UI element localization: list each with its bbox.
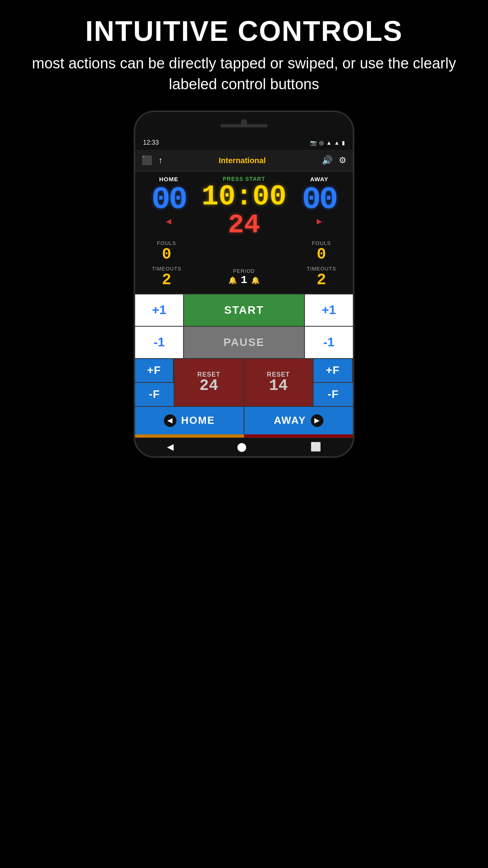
period-section: PERIOD 🔔 1 🔔 [228, 268, 260, 286]
nav-bar: ◀ ⬤ ⬜ [135, 438, 353, 456]
clock-display[interactable]: 10:00 [202, 183, 286, 211]
target-icon: ◎ [319, 140, 324, 146]
phone-notch [135, 112, 353, 136]
settings-icon[interactable]: ⚙ [339, 155, 347, 166]
bell-left-icon[interactable]: 🔔 [228, 276, 237, 285]
page-title: INTUITIVE CONTROLS [24, 16, 464, 47]
home-fouls-col: +F -F [135, 359, 174, 406]
home-score[interactable]: 00 [151, 184, 186, 215]
away-nav-label: AWAY [274, 414, 306, 427]
home-nav-label: HOME [181, 414, 215, 427]
plus-foul-away-button[interactable]: +F [314, 359, 353, 383]
status-bar: 12:33 📷 ◎ ▲ ▲ ▮ [135, 136, 353, 150]
minus1-away-button[interactable]: -1 [305, 327, 353, 358]
home-fouls-label: FOULS [157, 240, 176, 246]
minus-foul-away-button[interactable]: -F [314, 383, 353, 406]
plus1-home-button[interactable]: +1 [135, 294, 184, 326]
battery-icon: ▮ [342, 140, 345, 146]
minus1-home-button[interactable]: -1 [135, 327, 184, 358]
foul-reset-row: +F -F RESET 24 RESET 14 +F -F [135, 358, 353, 406]
home-nav-button[interactable]: ◀ HOME [135, 407, 244, 434]
reset24-button[interactable]: RESET 24 [174, 359, 244, 406]
bell-right-icon[interactable]: 🔔 [251, 276, 260, 285]
page-header: INTUITIVE CONTROLS most actions can be d… [0, 0, 488, 103]
pause-button[interactable]: PAUSE [184, 327, 305, 358]
away-progress-bar [244, 434, 353, 438]
period-row: 🔔 1 🔔 [228, 274, 260, 286]
away-timeouts-label: TIMEOUTS [306, 266, 336, 272]
wifi-icon: ▲ [326, 140, 332, 146]
camera-circle [241, 119, 247, 125]
away-label: AWAY [310, 176, 328, 182]
toolbar-right: 🔊 ⚙ [322, 155, 347, 166]
home-timeouts-label: TIMEOUTS [152, 266, 181, 272]
start-button[interactable]: START [184, 294, 305, 326]
phone-wrapper: 12:33 📷 ◎ ▲ ▲ ▮ ⬛ ↑ International 🔊 ⚙ [134, 111, 354, 458]
reset24-num: 24 [199, 378, 218, 394]
away-fouls-col: +F -F [314, 359, 353, 406]
shot-clock[interactable]: 24 [228, 212, 260, 239]
plus1-away-button[interactable]: +1 [305, 294, 353, 326]
toolbar-title: International [163, 156, 322, 165]
status-time: 12:33 [143, 139, 159, 146]
home-nav-icon[interactable]: ⬤ [237, 442, 247, 452]
away-arrow: ▶ [317, 217, 322, 226]
home-away-row: ◀ HOME AWAY ▶ [135, 406, 353, 434]
minus-foul-home-button[interactable]: -F [135, 383, 174, 406]
reset14-num: 14 [269, 378, 288, 394]
away-team-section: AWAY 00 ▶ [290, 176, 349, 226]
fouls-row: FOULS 0 FOULS 0 [139, 239, 349, 265]
progress-bar-row [135, 434, 353, 438]
home-arrow-icon: ◀ [164, 414, 176, 427]
phone-frame: 12:33 📷 ◎ ▲ ▲ ▮ ⬛ ↑ International 🔊 ⚙ [134, 111, 354, 458]
timeouts-row: TIMEOUTS 2 PERIOD 🔔 1 🔔 TIMEOUTS 2 [139, 265, 349, 290]
score-row: HOME 00 ◀ PRESS START 10:00 24 AWAY 00 ▶ [139, 176, 349, 239]
toolbar-left: ⬛ ↑ [141, 155, 163, 166]
reset14-button[interactable]: RESET 14 [244, 359, 314, 406]
home-team-section: HOME 00 ◀ [139, 176, 198, 226]
score-plus-row: +1 START +1 [135, 294, 353, 326]
recents-nav-icon[interactable]: ⬜ [310, 442, 321, 452]
upload-icon[interactable]: ↑ [158, 155, 163, 166]
home-progress-bar [135, 434, 244, 438]
center-section: PRESS START 10:00 24 [202, 176, 286, 239]
plus-foul-home-button[interactable]: +F [135, 359, 174, 383]
page-subtitle: most actions can be directly tapped or s… [24, 53, 464, 95]
back-nav-icon[interactable]: ◀ [167, 442, 174, 452]
home-timeouts-value: 2 [162, 272, 171, 289]
period-value: 1 [241, 274, 248, 286]
app-toolbar: ⬛ ↑ International 🔊 ⚙ [135, 150, 353, 172]
home-timeouts-section: TIMEOUTS 2 [143, 266, 190, 289]
home-label: HOME [159, 176, 178, 182]
signal-icon: ▲ [334, 140, 339, 146]
cast-icon[interactable]: ⬛ [141, 155, 152, 166]
home-fouls-value: 0 [162, 246, 171, 263]
away-timeouts-section: TIMEOUTS 2 [298, 266, 345, 289]
away-arrow-icon: ▶ [311, 414, 323, 427]
away-score[interactable]: 00 [302, 184, 337, 215]
away-fouls-section: FOULS 0 [298, 240, 345, 263]
home-arrow: ◀ [166, 217, 171, 226]
away-fouls-label: FOULS [312, 240, 331, 246]
status-icons: 📷 ◎ ▲ ▲ ▮ [310, 140, 345, 146]
away-nav-button[interactable]: AWAY ▶ [244, 407, 353, 434]
period-label: PERIOD [233, 268, 255, 274]
sound-icon[interactable]: 🔊 [322, 155, 332, 166]
controls: +1 START +1 -1 PAUSE -1 +F -F RESET [135, 294, 353, 438]
score-minus-row: -1 PAUSE -1 [135, 326, 353, 358]
scoreboard: HOME 00 ◀ PRESS START 10:00 24 AWAY 00 ▶ [135, 172, 353, 294]
away-fouls-value: 0 [317, 246, 326, 263]
camera-icon: 📷 [310, 140, 317, 146]
home-fouls-section: FOULS 0 [143, 240, 190, 263]
away-timeouts-value: 2 [317, 272, 326, 289]
